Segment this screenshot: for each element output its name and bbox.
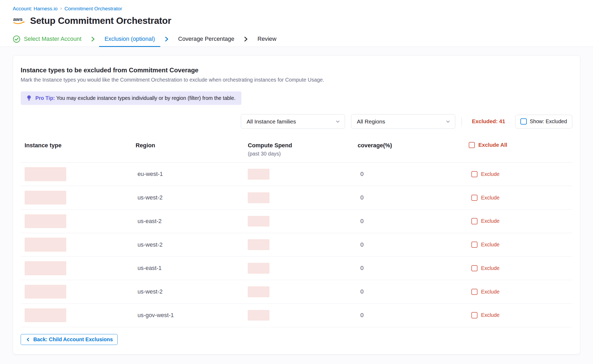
chevron-down-icon [335, 119, 340, 124]
aws-logo-icon: aws [13, 16, 26, 25]
exclusion-card: Instance types to be excluded from Commi… [13, 55, 580, 354]
exclude-checkbox[interactable] [471, 195, 477, 201]
show-excluded-toggle[interactable]: Show: Excluded [515, 115, 572, 128]
exclude-checkbox[interactable] [471, 289, 477, 295]
coverage-cell: 0 [358, 194, 469, 201]
redacted-compute-spend [248, 216, 269, 227]
page-body: Instance types to be excluded from Commi… [0, 47, 593, 364]
region-cell: us-east-2 [136, 218, 248, 225]
exclusion-table: Instance type Region Compute Spend (past… [21, 142, 572, 327]
page-title: Setup Commitment Orchestrator [30, 15, 171, 26]
exclude-label: Exclude [481, 171, 499, 177]
step-review[interactable]: Review [252, 32, 282, 47]
exclude-all-label: Exclude All [478, 142, 507, 148]
chevron-down-icon [446, 119, 450, 124]
pro-tip-banner: Pro Tip: You may exclude instance types … [21, 91, 241, 105]
breadcrumb: Account: Harness.io › Commitment Orchest… [0, 0, 593, 12]
regions-dropdown[interactable]: All Regions [351, 114, 455, 129]
redacted-instance-type [25, 238, 66, 251]
redacted-compute-spend [248, 192, 269, 203]
breadcrumb-page-link[interactable]: Commitment Orchestrator [64, 6, 122, 12]
chevron-left-icon [26, 337, 30, 342]
show-excluded-checkbox[interactable] [520, 118, 526, 125]
redacted-compute-spend [248, 263, 269, 274]
chevron-right-icon [90, 36, 96, 42]
wizard-stepper: Select Master Account Exclusion (optiona… [0, 32, 593, 47]
exclude-checkbox[interactable] [471, 312, 477, 318]
exclude-label: Exclude [481, 195, 499, 201]
header-coverage: coverage(%) [358, 142, 469, 149]
redacted-compute-spend [248, 169, 269, 180]
region-cell: us-east-1 [136, 265, 248, 272]
instance-families-value: All Instance families [247, 118, 296, 125]
table-row: us-east-1 0 Exclude [21, 257, 572, 280]
header-compute-spend-sub: (past 30 days) [248, 151, 358, 157]
pro-tip-text: You may exclude instance types individua… [56, 95, 236, 101]
table-row: us-west-2 0 Exclude [21, 280, 572, 304]
exclude-label: Exclude [481, 242, 499, 248]
exclude-all-checkbox[interactable] [469, 142, 475, 148]
region-cell: us-gov-west-1 [136, 312, 248, 319]
table-row: us-east-2 0 Exclude [21, 210, 572, 233]
excluded-count: Excluded: 41 [472, 118, 505, 125]
redacted-instance-type [25, 191, 66, 205]
table-row: eu-west-1 0 Exclude [21, 163, 572, 186]
back-button-label: Back: Child Account Exclusions [33, 336, 113, 343]
chevron-right-icon: › [60, 6, 62, 11]
region-cell: us-west-2 [136, 288, 248, 295]
redacted-instance-type [25, 308, 66, 322]
section-subtitle: Mark the Instance types you would like t… [21, 77, 572, 83]
coverage-cell: 0 [358, 218, 469, 225]
step-label: Review [258, 35, 277, 42]
back-button[interactable]: Back: Child Account Exclusions [21, 334, 118, 345]
page-header: aws Setup Commitment Orchestrator [0, 12, 593, 26]
coverage-cell: 0 [358, 288, 469, 295]
redacted-compute-spend [248, 286, 269, 297]
filter-row: All Instance families All Regions Exclud… [21, 114, 572, 129]
table-row: us-west-2 0 Exclude [21, 186, 572, 210]
table-header-row: Instance type Region Compute Spend (past… [21, 142, 572, 163]
redacted-instance-type [25, 261, 66, 275]
coverage-cell: 0 [358, 312, 469, 319]
exclude-checkbox[interactable] [471, 218, 477, 224]
step-label: Select Master Account [24, 35, 81, 42]
redacted-compute-spend [248, 239, 269, 250]
coverage-cell: 0 [358, 241, 469, 248]
svg-text:aws: aws [13, 16, 23, 22]
check-circle-icon [13, 35, 20, 43]
step-select-master-account[interactable]: Select Master Account [13, 32, 87, 47]
exclude-checkbox[interactable] [471, 242, 477, 248]
lightbulb-icon [26, 95, 32, 101]
breadcrumb-account-link[interactable]: Account: Harness.io [13, 6, 57, 12]
redacted-instance-type [25, 167, 66, 181]
coverage-cell: 0 [358, 171, 469, 177]
table-row: us-west-2 0 Exclude [21, 233, 572, 257]
exclude-label: Exclude [481, 218, 499, 224]
step-label: Exclusion (optional) [105, 35, 155, 42]
exclude-checkbox[interactable] [471, 171, 477, 177]
table-body: eu-west-1 0 Exclude us-west-2 0 Exclude … [21, 163, 572, 327]
exclude-checkbox[interactable] [471, 265, 477, 271]
region-cell: us-west-2 [136, 241, 248, 248]
redacted-instance-type [25, 285, 66, 299]
header-compute-spend: Compute Spend [248, 142, 358, 149]
regions-value: All Regions [357, 118, 385, 125]
exclude-label: Exclude [481, 312, 499, 318]
chevron-right-icon [163, 36, 170, 42]
header-exclude-all: Exclude All [469, 142, 572, 148]
region-cell: us-west-2 [136, 194, 248, 201]
step-exclusion-optional[interactable]: Exclusion (optional) [99, 32, 160, 47]
pro-tip-label: Pro Tip: [35, 95, 55, 101]
table-row: us-gov-west-1 0 Exclude [21, 304, 572, 327]
section-title: Instance types to be excluded from Commi… [21, 66, 572, 74]
exclude-label: Exclude [481, 289, 499, 295]
header-region: Region [136, 142, 248, 149]
step-coverage-percentage[interactable]: Coverage Percentage [173, 32, 240, 47]
region-cell: eu-west-1 [136, 171, 248, 177]
vertical-divider [462, 117, 462, 126]
header-instance-type: Instance type [25, 142, 136, 149]
show-excluded-label: Show: Excluded [530, 118, 567, 125]
instance-families-dropdown[interactable]: All Instance families [241, 114, 345, 129]
coverage-cell: 0 [358, 265, 469, 272]
step-label: Coverage Percentage [178, 35, 234, 42]
